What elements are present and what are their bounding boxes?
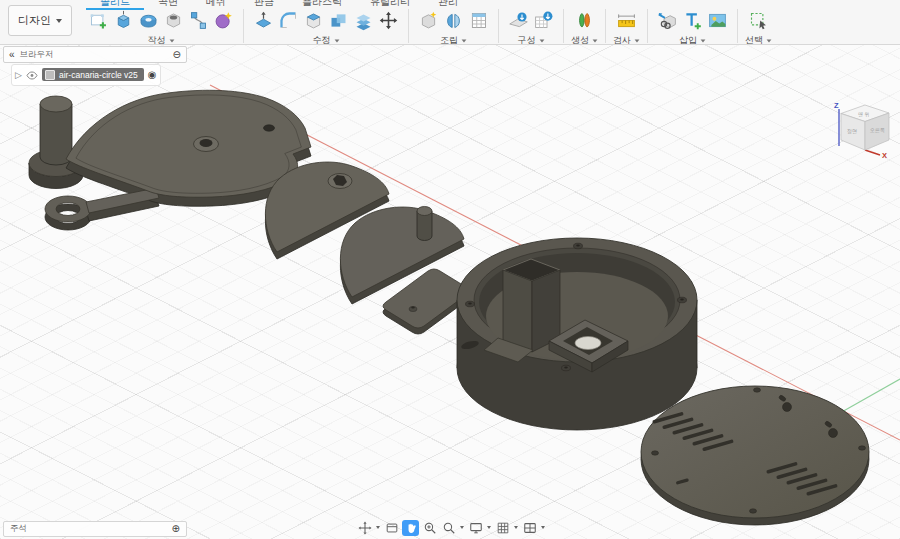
group-construct-label[interactable]: 구성 — [518, 34, 545, 45]
document-chip[interactable]: air-canaria-circle v25 — [42, 68, 144, 81]
press-pull-icon[interactable] — [251, 9, 276, 31]
group-inspect-label[interactable]: 검사 — [613, 34, 640, 45]
model-scene — [0, 44, 900, 539]
viewcube-z-label: Z — [834, 101, 839, 110]
toolbar-separator — [737, 9, 738, 43]
group-modify-label[interactable]: 수정 — [313, 34, 340, 45]
part-back-cover-disc[interactable] — [641, 386, 869, 525]
toolbar-separator — [563, 9, 564, 43]
shell-icon[interactable] — [301, 9, 326, 31]
group-create: 작성 — [86, 9, 236, 45]
select-icon[interactable] — [746, 9, 771, 31]
group-select-label[interactable]: 선택 — [745, 34, 772, 45]
grid-settings-icon[interactable] — [494, 520, 511, 536]
viewcube-top-label: 맨 위 — [858, 111, 869, 117]
canvas-icon[interactable] — [705, 9, 730, 31]
caret-down-icon[interactable] — [541, 526, 545, 529]
form-icon[interactable] — [211, 9, 236, 31]
create-sketch-icon[interactable] — [86, 9, 111, 31]
fillet-icon[interactable] — [276, 9, 301, 31]
viewcube-x-label: X — [882, 151, 887, 160]
insert-derive-icon[interactable] — [655, 9, 680, 31]
browser-document-row[interactable]: ▷ air-canaria-circle v25 ◉ — [11, 66, 187, 83]
expand-arrow-icon[interactable]: ▷ — [15, 70, 22, 80]
browser-header[interactable]: « 브라우저 ⊖ — [3, 46, 187, 63]
browser-title: 브라우저 — [20, 49, 54, 61]
comments-bar[interactable]: 주석 ⊕ — [3, 521, 187, 537]
add-circle-icon[interactable]: ⊕ — [172, 524, 180, 534]
look-at-icon[interactable] — [383, 520, 400, 536]
display-settings-icon[interactable] — [467, 520, 484, 536]
comments-label: 주석 — [10, 523, 27, 535]
group-modify: 수정 — [251, 9, 401, 45]
collapse-icon[interactable]: « — [9, 50, 15, 60]
toolbar-separator — [498, 9, 499, 43]
viewcube-x-axis — [865, 150, 880, 155]
group-inspect: 검사 — [613, 9, 640, 45]
group-insert-label[interactable]: 삽입 — [679, 34, 706, 45]
plane-along-path-icon[interactable] — [531, 9, 556, 31]
group-select: 선택 — [745, 9, 772, 45]
viewports-icon[interactable] — [521, 520, 538, 536]
browser-panel: « 브라우저 ⊖ ▷ air-canaria-circle v25 ◉ — [3, 46, 187, 83]
activate-component-radio[interactable]: ◉ — [148, 70, 157, 80]
joint-table-icon[interactable] — [466, 9, 491, 31]
group-create-label[interactable]: 작성 — [148, 34, 175, 45]
viewport-canvas[interactable]: 맨 위 정면 오른쪽 Z X — [0, 44, 900, 539]
navigation-toolbar — [356, 519, 546, 536]
part-round-case[interactable] — [457, 238, 697, 430]
remove-circle-icon[interactable]: ⊖ — [173, 50, 181, 60]
joint-icon[interactable] — [441, 9, 466, 31]
viewcube-front-label: 정면 — [847, 128, 857, 135]
revolve-icon[interactable] — [136, 9, 161, 31]
insert-svg-icon[interactable] — [680, 9, 705, 31]
viewcube[interactable]: 맨 위 정면 오른쪽 Z X — [832, 99, 896, 161]
hole-icon[interactable] — [161, 9, 186, 31]
free-orbit-icon[interactable] — [356, 520, 373, 536]
toolbar-separator — [605, 9, 606, 43]
workspace-label: 디자인 — [18, 13, 51, 28]
offset-plane-icon[interactable] — [506, 9, 531, 31]
zoom-icon[interactable] — [421, 520, 438, 536]
group-generate-label[interactable]: 생성 — [571, 34, 598, 45]
extrude-icon[interactable] — [111, 9, 136, 31]
combine-icon[interactable] — [326, 9, 351, 31]
move-icon[interactable] — [376, 9, 401, 31]
group-construct: 구성 — [506, 9, 556, 45]
toolbar-separator — [243, 9, 244, 43]
group-assemble-label[interactable]: 조립 — [440, 34, 467, 45]
viewcube-right-label: 오른쪽 — [870, 127, 885, 133]
caret-down-icon[interactable] — [487, 526, 491, 529]
part-peg-pin[interactable] — [29, 96, 83, 189]
generative-design-icon[interactable] — [572, 9, 597, 31]
new-component-icon[interactable] — [416, 9, 441, 31]
y-axis-line — [840, 379, 900, 413]
pan-icon[interactable] — [402, 520, 419, 536]
offset-face-icon[interactable] — [351, 9, 376, 31]
caret-down-icon[interactable] — [460, 526, 464, 529]
ribbon: 작성 수정 조립 — [86, 9, 772, 45]
toolbar-separator — [408, 9, 409, 43]
group-insert: 삽입 — [655, 9, 730, 45]
workspace-selector[interactable]: 디자인 — [8, 5, 72, 36]
visibility-eye-icon[interactable] — [26, 66, 38, 84]
fit-icon[interactable] — [440, 520, 457, 536]
group-assemble: 조립 — [416, 9, 491, 45]
caret-down-icon[interactable] — [376, 526, 380, 529]
group-generate: 생성 — [571, 9, 598, 45]
toolbar-separator — [647, 9, 648, 43]
caret-down-icon[interactable] — [514, 526, 518, 529]
caret-down-icon — [56, 19, 62, 23]
component-cube-icon — [45, 70, 55, 80]
measure-icon[interactable] — [614, 9, 639, 31]
rail-icon[interactable] — [186, 9, 211, 31]
top-toolbar: 솔리드 곡면 메쉬 판금 플라스틱 유틸리티 관리 디자인 작성 — [0, 0, 900, 45]
document-name: air-canaria-circle v25 — [59, 70, 138, 80]
